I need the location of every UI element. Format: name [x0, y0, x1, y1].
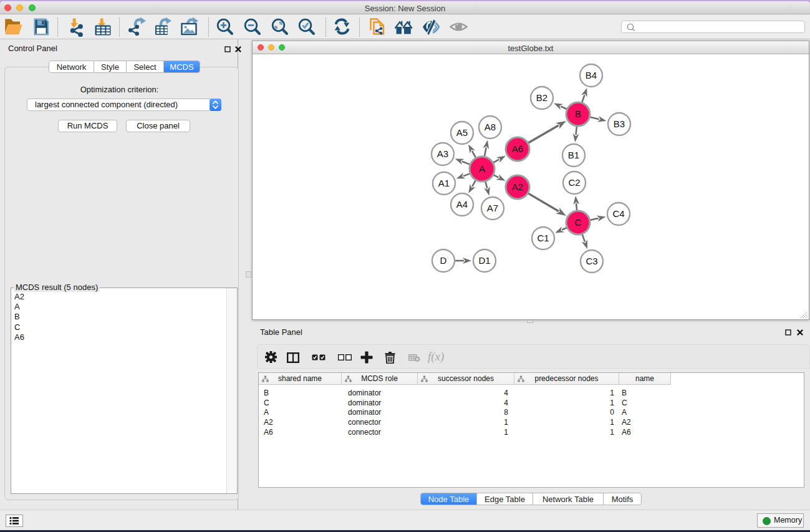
svg-text:A: A: [479, 163, 485, 174]
svg-text:B4: B4: [586, 70, 597, 80]
svg-text:A3: A3: [437, 148, 448, 159]
svg-text:C1: C1: [537, 233, 549, 243]
svg-text:C3: C3: [586, 256, 597, 266]
svg-text:C2: C2: [568, 177, 580, 188]
svg-text:B2: B2: [536, 92, 547, 103]
svg-text:A1: A1: [438, 178, 450, 188]
svg-text:D: D: [440, 255, 447, 266]
svg-text:A7: A7: [487, 203, 498, 213]
svg-text:B: B: [575, 109, 581, 119]
svg-text:C: C: [575, 217, 582, 228]
svg-text:B1: B1: [568, 150, 579, 160]
svg-text:C4: C4: [612, 208, 624, 219]
svg-text:A2: A2: [512, 181, 523, 192]
svg-text:A6: A6: [512, 143, 523, 154]
svg-text:D1: D1: [478, 255, 490, 266]
svg-text:B3: B3: [614, 118, 625, 129]
svg-text:A8: A8: [485, 122, 496, 132]
svg-text:A4: A4: [456, 199, 468, 210]
svg-text:A5: A5: [456, 127, 468, 138]
